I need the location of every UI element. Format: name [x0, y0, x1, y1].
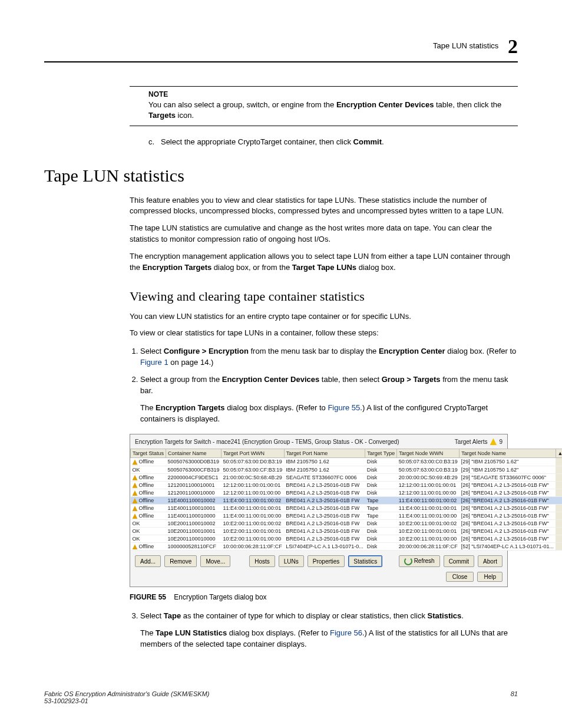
table-row[interactable]: OK10E200110001000110:E2:00:11:00:01:00:0…	[131, 528, 563, 535]
warning-icon	[133, 506, 138, 511]
refresh-icon	[404, 557, 412, 565]
step-2: Select a group from the Encryption Cente…	[140, 374, 518, 424]
warning-icon	[133, 513, 138, 519]
column-header[interactable]: Container Name	[166, 449, 222, 458]
commit-button[interactable]: Commit	[444, 555, 474, 567]
alert-icon	[490, 438, 497, 445]
page-number: 81	[511, 690, 518, 704]
warning-icon	[133, 460, 138, 465]
luns-button[interactable]: LUNs	[279, 555, 304, 567]
figure-1-link[interactable]: Figure 1	[140, 358, 168, 367]
warning-icon	[133, 475, 138, 480]
column-header[interactable]: Target Port WWN	[222, 449, 285, 458]
table-row[interactable]: Offline22000004CF9DE5C121:00:00:0C:50:68…	[131, 473, 563, 481]
figure-55-link[interactable]: Figure 55	[328, 403, 360, 412]
figure-56-link[interactable]: Figure 56	[330, 628, 362, 637]
running-header-text: Tape LUN statistics	[433, 41, 498, 50]
header-rule	[44, 61, 518, 62]
warning-icon	[133, 483, 138, 488]
properties-button[interactable]: Properties	[308, 555, 345, 567]
add-button[interactable]: Add...	[135, 555, 161, 567]
body-paragraph: To view or clear statistics for tape LUN…	[130, 328, 518, 339]
footer-doc-number: 53-1002923-01	[44, 697, 209, 704]
warning-icon	[133, 498, 138, 503]
body-paragraph: This feature enables you to view and cle…	[130, 195, 518, 218]
step-1: Select Configure > Encryption from the m…	[140, 346, 518, 368]
table-row[interactable]: Offline11E400110001000111:E4:00:11:00:01…	[131, 505, 563, 512]
hosts-button[interactable]: Hosts	[249, 555, 275, 567]
move-button[interactable]: Move...	[200, 555, 230, 567]
statistics-button[interactable]: Statistics	[348, 555, 382, 567]
column-header[interactable]: Target Port Name	[284, 449, 365, 458]
footer-title: Fabric OS Encryption Administrator's Gui…	[44, 690, 209, 697]
abort-button[interactable]: Abort	[478, 555, 503, 567]
heading-2: Viewing and clearing tape container stat…	[130, 289, 518, 304]
body-paragraph: The tape LUN statistics are cumulative a…	[130, 223, 518, 245]
table-row[interactable]: Offline1000000528110FCF10:00:00:06:28:11…	[131, 543, 563, 551]
body-paragraph: The encryption management application al…	[130, 251, 518, 274]
remove-button[interactable]: Remove	[164, 555, 197, 567]
table-row[interactable]: OK50050763000CFB31950:05:07:63:00:CF:B3:…	[131, 466, 563, 473]
column-header[interactable]: Target Type	[365, 449, 397, 458]
figure-caption: FIGURE 55 Encryption Targets dialog box	[130, 593, 518, 601]
table-row[interactable]: Offline121200110001000112:12:00:11:00:01…	[131, 481, 563, 489]
help-button[interactable]: Help	[477, 572, 503, 582]
note-box: NOTE You can also select a group, switch…	[130, 86, 518, 126]
table-row[interactable]: Offline50050763000D0B31950:05:07:63:00:D…	[131, 458, 563, 466]
table-row[interactable]: Offline11E400110001000211:E4:00:11:00:01…	[131, 496, 563, 504]
chapter-number: 2	[508, 35, 518, 57]
targets-table[interactable]: Target StatusContainer NameTarget Port W…	[130, 449, 562, 551]
column-header[interactable]: Target Status	[131, 449, 166, 458]
close-button[interactable]: Close	[446, 572, 474, 582]
table-row[interactable]: Offline121200110001000012:12:00:11:00:01…	[131, 489, 563, 496]
note-label: NOTE	[148, 90, 518, 98]
page-footer: Fabric OS Encryption Administrator's Gui…	[44, 690, 518, 704]
column-header[interactable]: Target Node Name	[459, 449, 556, 458]
step-3: Select Tape as the container of type for…	[140, 611, 518, 650]
refresh-button[interactable]: Refresh	[399, 555, 440, 567]
target-alerts[interactable]: Target Alerts 9	[455, 438, 503, 445]
dialog-title: Encryption Targets for Switch - mace241 …	[135, 439, 399, 445]
heading-1: Tape LUN statistics	[44, 166, 518, 186]
table-row[interactable]: OK10E200110001000210:E2:00:11:00:01:00:0…	[131, 520, 563, 528]
warning-icon	[133, 544, 138, 549]
body-paragraph: You can view LUN statistics for an entir…	[130, 311, 518, 322]
step-c: c. Select the appropriate CryptoTarget c…	[148, 137, 518, 147]
encryption-targets-dialog: Encryption Targets for Switch - mace241 …	[130, 434, 508, 587]
steps-list: Select Configure > Encryption from the m…	[130, 346, 518, 424]
warning-icon	[133, 490, 138, 496]
note-body: You can also select a group, switch, or …	[148, 100, 518, 121]
column-header[interactable]: Target Node WWN	[397, 449, 459, 458]
table-row[interactable]: Offline11E400110001000011:E4:00:11:00:01…	[131, 512, 563, 520]
table-row[interactable]: OK10E200110001000010:E2:00:11:00:01:00:0…	[131, 535, 563, 543]
steps-list-cont: Select Tape as the container of type for…	[130, 611, 518, 650]
running-header: Tape LUN statistics 2	[44, 35, 518, 58]
